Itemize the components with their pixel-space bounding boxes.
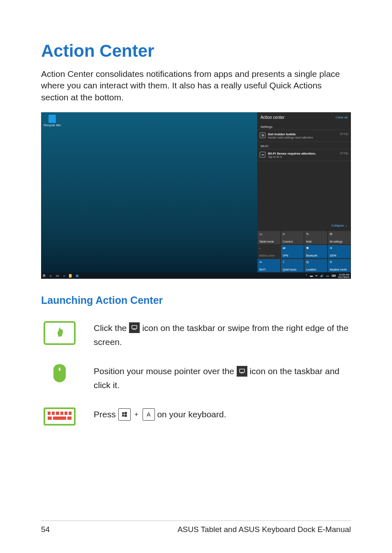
gear-icon: ⚙ (260, 132, 265, 138)
quick-action-tile[interactable]: ✎Note (304, 231, 327, 244)
quick-action-tile[interactable]: ▪Battery saver (258, 245, 280, 258)
clear-all-link[interactable]: Clear all (336, 116, 348, 119)
quick-action-tile[interactable]: ⇄VPN (281, 245, 304, 258)
section-wifi: Wi-Fi (257, 142, 351, 149)
sound-icon[interactable]: 🔊 (320, 274, 324, 278)
instruction-touch: Click the icon on the taskbar or swipe f… (41, 321, 351, 349)
taskbar: ⊞ ⌕ ▭ e ▇ ▣ ˄ ▬ ⥈ 🔊 ▭ ⌨ 12:09 AM 6/17/20… (41, 273, 351, 279)
quick-action-tile[interactable]: ⎚Connect (281, 231, 304, 244)
store-icon[interactable]: ▣ (76, 274, 79, 278)
keyboard-tray-icon[interactable]: ⌨ (332, 274, 336, 278)
windows-key (118, 408, 131, 421)
section-settings: Settings (257, 123, 351, 130)
task-view-icon[interactable]: ▭ (56, 274, 59, 278)
instruction-keyboard: Press + A on your keyboard. (41, 407, 351, 426)
battery-icon[interactable]: ▬ (310, 274, 313, 277)
svg-rect-0 (132, 326, 137, 329)
quick-action-tile[interactable]: ☀100% (328, 245, 350, 258)
page-number: 54 (41, 525, 50, 534)
a-key: A (143, 408, 155, 421)
wifi-icon: ⥈ (260, 152, 265, 157)
svg-rect-3 (125, 412, 127, 414)
page-footer: 54 ASUS Tablet and ASUS Keyboard Dock E-… (41, 521, 351, 534)
action-center-screenshot: Recycle Bin Action center Clear all Sett… (41, 112, 351, 279)
recycle-bin: Recycle Bin (44, 115, 61, 127)
chevron-up-icon[interactable]: ˄ (306, 274, 307, 278)
svg-rect-1 (240, 369, 244, 372)
quick-action-tile[interactable]: ☾Quiet hours (281, 259, 304, 272)
start-icon[interactable]: ⊞ (43, 274, 46, 278)
page-title: Action Center (41, 41, 351, 61)
notification-item[interactable]: ⥈ Wi-Fi Sense requires attention. Tap to… (257, 149, 351, 161)
quick-action-tile[interactable]: ◎Location (304, 259, 327, 272)
action-center-tray-icon[interactable]: ▭ (326, 274, 329, 278)
touch-device-icon (44, 321, 76, 345)
quick-action-tile[interactable]: ⥈Wi-Fi (258, 259, 280, 272)
search-icon[interactable]: ⌕ (50, 274, 52, 278)
mouse-device-icon (53, 364, 66, 382)
quick-action-tile[interactable]: ✈Airplane mode (328, 259, 350, 272)
clock[interactable]: 12:09 AM 6/17/2015 (338, 273, 349, 278)
quick-action-tile[interactable]: ⚙All settings (328, 231, 350, 244)
svg-rect-2 (122, 412, 124, 414)
action-center-icon (129, 322, 140, 333)
keyboard-device-icon (44, 407, 76, 426)
action-center-panel: Action center Clear all Settings ⚙ Get I… (257, 112, 351, 273)
action-center-icon (237, 366, 247, 377)
intro-paragraph: Action Center consolidates notifications… (41, 68, 351, 103)
footer-text: ASUS Tablet and ASUS Keyboard Dock E-Man… (178, 525, 351, 534)
action-center-title: Action center (261, 115, 284, 120)
svg-rect-4 (122, 414, 124, 416)
quick-actions-grid: ▭Tablet mode⎚Connect✎Note⚙All settings▪B… (257, 231, 351, 273)
edge-icon[interactable]: e (63, 274, 65, 278)
svg-rect-5 (125, 414, 127, 416)
instruction-mouse: Position your mouse pointer over the ico… (41, 364, 351, 392)
quick-action-tile[interactable]: ✱Bluetooth (304, 245, 327, 258)
notification-item[interactable]: ⚙ Get Insider builds Insider build setti… (257, 130, 351, 142)
quick-action-tile[interactable]: ▭Tablet mode (258, 231, 280, 244)
wifi-tray-icon[interactable]: ⥈ (315, 274, 318, 278)
explorer-icon[interactable]: ▇ (69, 274, 71, 278)
subheading: Launching Action Center (41, 294, 351, 306)
collapse-link[interactable]: Collapse ⌄ (331, 224, 348, 227)
